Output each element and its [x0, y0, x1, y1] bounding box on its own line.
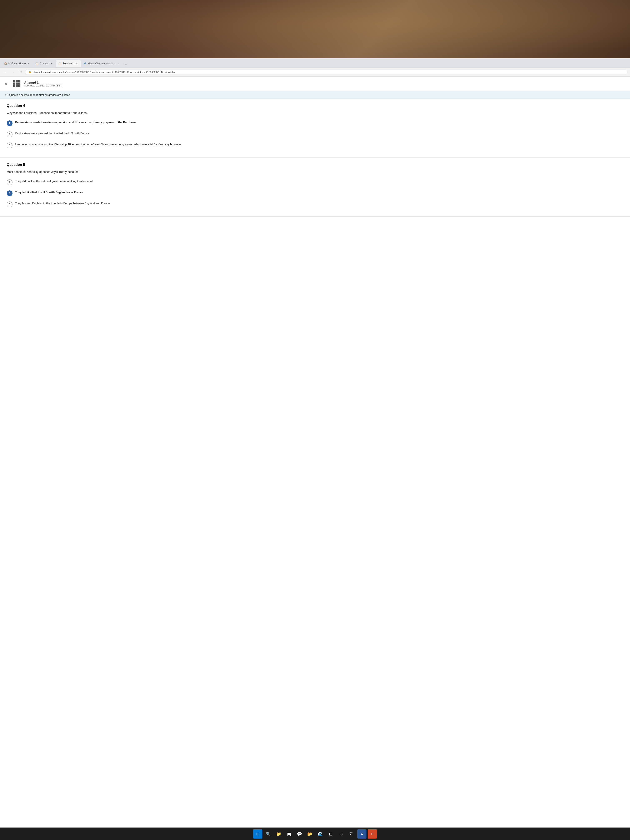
attempt-title: Attempt 1 [24, 81, 62, 84]
background-photo [0, 0, 630, 58]
tab-title: MyPath - Home [8, 62, 25, 65]
tab-tab-content[interactable]: 📋 Content ✕ [33, 60, 55, 67]
question-section-q5: Question 5 Most people in Kentucky oppos… [0, 158, 630, 217]
question-text: Why was the Louisiana Purchase so import… [7, 111, 623, 115]
tab-close[interactable]: ✕ [27, 62, 30, 65]
answer-option[interactable]: B They felt it allied the U.S. with Engl… [7, 189, 623, 197]
attempt-header: ✕ Attempt 1 Submitted 2/15/22, 9:07 PM (… [0, 77, 630, 91]
tab-tab-henry[interactable]: G Henry Clay was one of the War + ✕ [81, 60, 123, 67]
taskbar-search[interactable]: 🔍 [264, 829, 273, 838]
answer-option[interactable]: C They favored England in the trouble in… [7, 201, 623, 208]
back-button[interactable]: ← [3, 69, 8, 75]
attempt-info: Attempt 1 Submitted 2/15/22, 9:07 PM (ES… [24, 81, 62, 87]
answer-option[interactable]: B Kentuckians were pleased that it allie… [7, 130, 623, 138]
taskbar-start[interactable]: ⊞ [253, 829, 262, 838]
tab-close[interactable]: ✕ [75, 62, 78, 65]
answer-option[interactable]: C It removed concerns about the Mississi… [7, 142, 623, 149]
tab-favicon: G [84, 62, 87, 65]
browser-window: 🏠 MyPath - Home ✕ 📋 Content ✕ 📋 Feedback… [0, 58, 630, 827]
option-text-q5a: They did not like the national governmen… [15, 179, 623, 183]
question-section-q4: Question 4 Why was the Louisiana Purchas… [0, 99, 630, 158]
tab-tab-feedback[interactable]: 📋 Feedback ✕ [56, 60, 81, 67]
info-icon: ↩ [5, 93, 8, 96]
address-bar: ← → ↻ 🔒 https://elearning.kctcs.edu/ultr… [0, 68, 630, 77]
option-text-q4b: Kentuckians were pleased that it allied … [15, 131, 623, 136]
question-number: Question 5 [7, 163, 623, 167]
taskbar-file-explorer[interactable]: 📁 [274, 829, 283, 838]
question-number: Question 4 [7, 104, 623, 108]
taskbar-settings2[interactable]: ⊙ [336, 829, 346, 838]
taskbar: ⊞🔍📁▣💬📂🌊⊟⊙🛡WP [0, 827, 630, 840]
refresh-button[interactable]: ↻ [17, 69, 23, 75]
option-text-q5b: They felt it allied the U.S. with Englan… [15, 190, 623, 194]
new-tab-button[interactable]: + [123, 62, 129, 67]
taskbar-shield[interactable]: 🛡 [347, 829, 356, 838]
tab-title: Feedback [63, 62, 74, 65]
option-text-q5c: They favored England in the trouble in E… [15, 201, 623, 205]
tab-favicon: 📋 [58, 62, 62, 65]
taskbar-folder[interactable]: 📂 [305, 829, 314, 838]
taskbar-ppt[interactable]: P [368, 829, 377, 838]
tab-favicon: 📋 [36, 62, 38, 65]
option-circle-q5c: C [7, 202, 13, 207]
info-banner: ↩ Question scores appear after all grade… [0, 91, 630, 99]
tab-title: Henry Clay was one of the War + [88, 62, 116, 65]
answer-option[interactable]: A They did not like the national governm… [7, 178, 623, 186]
url-text: https://elearning.kctcs.edu/ultra/course… [33, 71, 175, 73]
option-text-q4a: Kentuckians wanted western expansion and… [15, 120, 623, 125]
attempt-subtitle: Submitted 2/15/22, 9:07 PM (EST) [24, 84, 62, 87]
tab-bar: 🏠 MyPath - Home ✕ 📋 Content ✕ 📋 Feedback… [0, 58, 630, 68]
tab-close[interactable]: ✕ [117, 62, 120, 65]
option-circle-q4c: C [7, 142, 13, 148]
tab-tab-mypath[interactable]: 🏠 MyPath - Home ✕ [2, 60, 33, 67]
option-circle-q4b: B [7, 131, 13, 137]
taskbar-tablet[interactable]: ▣ [284, 829, 294, 838]
option-text-q4c: It removed concerns about the Mississipp… [15, 142, 623, 147]
tab-close[interactable]: ✕ [50, 62, 53, 65]
page-content: ✕ Attempt 1 Submitted 2/15/22, 9:07 PM (… [0, 77, 630, 827]
tab-title: Content [40, 62, 49, 65]
option-circle-q5a: A [7, 179, 13, 185]
url-bar[interactable]: 🔒 https://elearning.kctcs.edu/ultra/cour… [25, 69, 627, 74]
taskbar-windows-store[interactable]: ⊟ [326, 829, 335, 838]
option-circle-q4a: A [7, 120, 13, 126]
forward-button[interactable]: → [10, 69, 16, 75]
taskbar-edge[interactable]: 🌊 [316, 829, 325, 838]
grid-icon [13, 80, 21, 87]
close-button[interactable]: ✕ [3, 81, 8, 86]
info-banner-text: Question scores appear after all grades … [9, 93, 70, 96]
taskbar-chat[interactable]: 💬 [295, 829, 304, 838]
taskbar-word[interactable]: W [357, 829, 366, 838]
option-circle-q5b: B [7, 190, 13, 196]
tab-favicon: 🏠 [4, 62, 7, 65]
lock-icon: 🔒 [28, 71, 32, 73]
question-text: Most people in Kentucky opposed Jay's Tr… [7, 170, 623, 174]
answer-option[interactable]: A Kentuckians wanted western expansion a… [7, 119, 623, 127]
